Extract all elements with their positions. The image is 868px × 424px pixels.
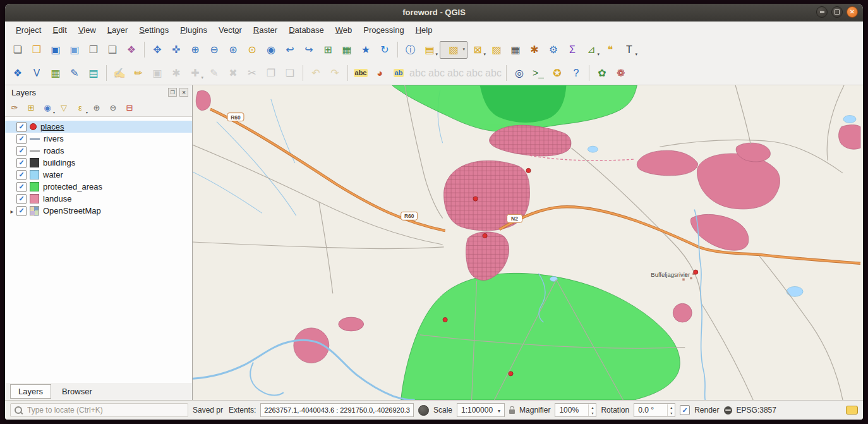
filter-legend[interactable]: ▽	[57, 101, 71, 115]
measure-line[interactable]: ⊿	[582, 41, 600, 59]
menu-settings[interactable]: Settings	[133, 23, 174, 37]
menu-database[interactable]: Database	[283, 23, 330, 37]
show-bookmarks[interactable]: ★	[357, 41, 375, 59]
select-features-by-value[interactable]: ▤	[421, 41, 438, 59]
select-features[interactable]: ▧	[440, 41, 467, 59]
new-print-layout[interactable]: ❐	[85, 41, 102, 59]
modify-attributes[interactable]: ✎	[205, 64, 223, 82]
save-project-as[interactable]: ▣	[66, 41, 83, 59]
menu-plugins[interactable]: Plugins	[174, 23, 213, 37]
layer-row-protected-areas[interactable]: protected_areas	[5, 181, 192, 193]
open-attribute-table[interactable]: ▦	[507, 41, 524, 59]
help-contents[interactable]: ?	[567, 64, 585, 82]
spin-up-icon[interactable]	[589, 404, 596, 410]
menu-edit[interactable]: Edit	[47, 23, 72, 37]
paste-features[interactable]: ❏	[281, 64, 299, 82]
metasearch[interactable]: ◎	[510, 64, 528, 82]
expand-arrow-icon[interactable]	[8, 206, 16, 215]
zoom-last[interactable]: ↩	[281, 41, 299, 59]
layer-checkbox[interactable]	[16, 122, 27, 132]
zoom-to-selection[interactable]: ⊙	[243, 41, 261, 59]
close-button[interactable]	[847, 6, 858, 18]
extents-value[interactable]: 2263757.1,-4040043.6 : 2291750.0,-402692…	[260, 403, 414, 417]
toggle-editing[interactable]: ✏	[130, 64, 147, 82]
collapse-all[interactable]: ⊖	[106, 101, 120, 115]
spin-down-icon[interactable]	[589, 410, 596, 416]
current-edits[interactable]: ✍	[111, 64, 128, 82]
locate-input[interactable]	[26, 405, 164, 415]
pan-map[interactable]: ✥	[148, 41, 166, 59]
panel-close-button[interactable]	[179, 88, 188, 97]
menu-vector[interactable]: Vector	[213, 23, 248, 37]
redo[interactable]: ↷	[326, 64, 344, 82]
text-annotation[interactable]: T	[620, 41, 638, 59]
open-project[interactable]: ❒	[28, 41, 45, 59]
rotation-spinbox[interactable]: 0.0 °	[634, 403, 675, 417]
python-console[interactable]: >_	[529, 64, 547, 82]
tab-browser[interactable]: Browser	[54, 384, 100, 399]
undo[interactable]: ↶	[307, 64, 325, 82]
messages-icon[interactable]	[846, 406, 858, 415]
cut-features[interactable]: ✂	[243, 64, 261, 82]
layer-checkbox[interactable]	[16, 158, 27, 168]
manage-map-themes[interactable]: ◉	[40, 101, 54, 115]
zoom-next[interactable]: ↪	[300, 41, 318, 59]
zoom-in[interactable]: ⊕	[186, 41, 204, 59]
zoom-to-layer[interactable]: ◉	[262, 41, 280, 59]
add-raster-layer[interactable]: ▦	[47, 64, 64, 82]
layer-checkbox[interactable]	[16, 182, 27, 192]
tab-layers[interactable]: Layers	[10, 384, 51, 399]
new-virtual-layer[interactable]: ▤	[85, 64, 102, 82]
add-vector-layer[interactable]: V	[28, 64, 45, 82]
extent-button[interactable]	[418, 405, 429, 416]
crs-label[interactable]: EPSG:3857	[737, 406, 776, 415]
show-layout-manager[interactable]: ❑	[104, 41, 121, 59]
menu-view[interactable]: View	[73, 23, 102, 37]
new-shapefile-layer[interactable]: ✎	[66, 64, 83, 82]
minimize-button[interactable]	[816, 6, 828, 18]
magnifier-spinbox[interactable]: 100%	[555, 403, 596, 417]
layer-checkbox[interactable]	[16, 170, 27, 180]
menu-project[interactable]: Project	[10, 23, 47, 37]
title-bar[interactable]: foreword - QGIS	[5, 4, 863, 21]
layer-row-landuse[interactable]: landuse	[5, 193, 192, 205]
select-by-expression[interactable]: ▨	[488, 41, 505, 59]
grass-tools[interactable]: ✿	[593, 64, 611, 82]
new-map-view[interactable]: ⊞	[319, 41, 337, 59]
remove-layer[interactable]: ⊟	[123, 101, 136, 115]
osm-place-search[interactable]: ✪	[548, 64, 566, 82]
move-label[interactable]: abc	[466, 64, 483, 82]
highlight-pinned-labels[interactable]: abc	[428, 64, 445, 82]
menu-raster[interactable]: Raster	[248, 23, 283, 37]
scale-combo[interactable]: 1:100000	[457, 403, 505, 417]
save-project[interactable]: ▣	[47, 41, 64, 59]
layer-checkbox[interactable]	[16, 194, 27, 204]
show-hide-labels[interactable]: abc	[447, 64, 464, 82]
vertex-tool[interactable]: ✚	[186, 64, 204, 82]
deselect-features[interactable]: ⊠	[469, 41, 486, 59]
menu-layer[interactable]: Layer	[102, 23, 134, 37]
data-source-manager[interactable]: ❖	[9, 64, 27, 82]
identify-features[interactable]: ⓘ	[402, 41, 419, 59]
open-layer-styling[interactable]: ✑	[8, 101, 21, 115]
pin-unpin-labels[interactable]: abc	[409, 64, 426, 82]
maximize-button[interactable]	[831, 6, 843, 18]
save-layer-edits[interactable]: ▣	[148, 64, 166, 82]
layer-row-roads[interactable]: roads	[5, 145, 192, 157]
change-label-properties[interactable]: abc	[485, 64, 502, 82]
style-manager[interactable]: ❖	[123, 41, 140, 59]
delete-selected[interactable]: ✖	[224, 64, 242, 82]
menu-web[interactable]: Web	[330, 23, 358, 37]
render-checkbox[interactable]	[680, 405, 690, 415]
label-highlight[interactable]: ab	[390, 64, 407, 82]
layer-checkbox[interactable]	[16, 206, 27, 216]
field-calculator[interactable]: ✱	[526, 41, 543, 59]
layer-row-water[interactable]: water	[5, 169, 192, 181]
lock-icon[interactable]	[509, 409, 515, 414]
zoom-full[interactable]: ⊛	[224, 41, 242, 59]
grass-edit[interactable]: ❁	[612, 64, 630, 82]
new-project[interactable]: ❏	[9, 41, 27, 59]
layer-diagram-options[interactable]: ◕	[371, 64, 389, 82]
crs-globe-icon[interactable]	[724, 406, 732, 415]
layer-row-places[interactable]: places	[5, 121, 192, 133]
